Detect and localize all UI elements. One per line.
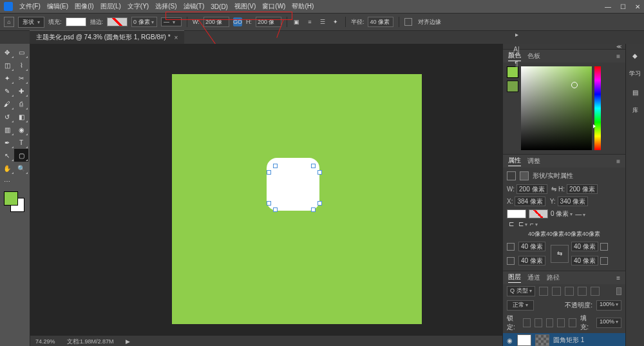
visibility-icon[interactable]: ◉	[506, 337, 513, 344]
cap-select[interactable]: ⊏	[518, 220, 527, 227]
color-field[interactable]	[521, 66, 592, 150]
fill-swatch[interactable]	[66, 17, 86, 26]
tool-edit-toolbar[interactable]: ⋯	[0, 175, 14, 187]
panel-menu-icon[interactable]: ≡	[616, 274, 620, 282]
path-anchor[interactable]	[273, 207, 278, 212]
tool-rounded-rect[interactable]: ▢	[14, 149, 28, 162]
zoom-readout[interactable]: 74.29%	[35, 338, 55, 345]
tab-properties[interactable]: 属性	[508, 156, 521, 166]
color-fg-swatch[interactable]	[507, 66, 518, 78]
menu-edit[interactable]: 编辑(E)	[47, 2, 68, 11]
corner-bl-chk[interactable]	[507, 257, 515, 265]
tool-mode-select[interactable]: 形状	[18, 17, 44, 28]
tool-lasso[interactable]: ⌇	[14, 59, 28, 72]
menu-select[interactable]: 选择(S)	[155, 2, 176, 11]
menu-view[interactable]: 视图(V)	[234, 2, 256, 11]
lock-pos-icon[interactable]	[546, 318, 554, 327]
tool-quickselect[interactable]: ✦	[0, 72, 14, 84]
stroke-width[interactable]: 0 像素	[131, 17, 157, 27]
menu-type[interactable]: 文字(Y)	[128, 2, 149, 11]
lock-trans-icon[interactable]	[523, 318, 531, 327]
prop-x[interactable]: 384 像素	[515, 197, 545, 206]
libraries-icon[interactable]: ▤	[630, 87, 640, 97]
path-anchor[interactable]	[311, 164, 316, 168]
path-align-icon[interactable]: ≡	[305, 17, 314, 26]
layer-filter-kind[interactable]: Q 类型	[507, 286, 535, 296]
link-wh-icon[interactable]: ⇋	[551, 186, 556, 193]
corner-tr[interactable]: 40 像素	[571, 242, 598, 251]
path-anchor[interactable]	[317, 170, 322, 175]
prop-h[interactable]: 200 像素	[567, 184, 597, 194]
layer-row[interactable]: ◉ 圆角矩形 1	[503, 333, 625, 346]
path-arrange-icon[interactable]: ☰	[318, 17, 327, 26]
path-anchor[interactable]	[267, 201, 271, 206]
width-input[interactable]: 200 像	[204, 17, 229, 27]
layer-mask-thumb[interactable]	[535, 334, 549, 346]
tool-stamp[interactable]: ⎙	[14, 97, 28, 110]
tab-adjustments[interactable]: 调整	[527, 157, 540, 166]
path-options-icon[interactable]: ✦	[331, 17, 340, 26]
lock-all-icon[interactable]	[569, 318, 576, 327]
menu-file[interactable]: 文件(F)	[19, 2, 41, 11]
tool-move[interactable]: ✥	[0, 46, 14, 59]
history-panel-icon[interactable]: ▸	[515, 31, 518, 38]
prop-stroke-w[interactable]: 0 像素	[551, 209, 573, 218]
tool-artboard[interactable]: ▭	[14, 46, 28, 59]
window-minimize[interactable]: —	[605, 3, 611, 10]
tool-marquee[interactable]: ◫	[0, 59, 14, 72]
tool-path[interactable]: ↖	[0, 149, 14, 162]
color-bg-swatch[interactable]	[507, 81, 518, 92]
libraries-label[interactable]: 库	[632, 106, 638, 115]
corner-tl[interactable]: 40 像素	[518, 242, 545, 251]
lock-pixels-icon[interactable]	[535, 318, 542, 327]
menu-image[interactable]: 图像(I)	[75, 2, 93, 11]
stroke-style[interactable]: —	[161, 17, 182, 26]
filter-smart-icon[interactable]	[591, 287, 600, 296]
character-panel-icon[interactable]: A|	[513, 46, 519, 53]
fill-value[interactable]: 100%	[596, 318, 621, 328]
path-anchor[interactable]	[311, 207, 316, 212]
window-maximize[interactable]: ☐	[620, 3, 626, 10]
radius-input[interactable]: 40 像素	[368, 17, 393, 27]
dock-collapse-icon[interactable]: ≪	[616, 44, 621, 49]
document-tab[interactable]: 主题美化.psd @ 74.3% (圆角矩形 1, RGB/8#) * ×	[30, 30, 184, 44]
color-cursor[interactable]	[571, 82, 578, 88]
learn-label[interactable]: 学习	[629, 70, 641, 78]
paragraph-panel-icon[interactable]: ¶	[515, 61, 518, 68]
panel-menu-icon[interactable]: ≡	[616, 53, 620, 60]
hue-marker[interactable]	[593, 124, 596, 128]
tool-zoom[interactable]: 🔍	[14, 162, 28, 175]
learn-icon[interactable]: ◆	[630, 50, 640, 61]
path-anchor[interactable]	[273, 164, 278, 168]
filter-toggle[interactable]	[616, 287, 621, 295]
prop-w[interactable]: 200 像素	[516, 184, 547, 194]
height-input[interactable]: 200 像	[256, 17, 281, 27]
corner-br[interactable]: 40 像素	[571, 256, 598, 265]
prop-stroke-style[interactable]: —	[575, 211, 588, 218]
tool-eraser[interactable]: ◧	[14, 110, 28, 123]
filter-type-icon[interactable]	[565, 287, 574, 296]
corner-bl[interactable]: 40 像素	[518, 256, 545, 265]
prop-fill-swatch[interactable]	[507, 209, 526, 218]
align-edges-check[interactable]	[404, 18, 412, 26]
tab-paths[interactable]: 路径	[547, 273, 560, 282]
menu-filter[interactable]: 滤镜(T)	[184, 2, 205, 11]
corner-tl-chk[interactable]	[507, 243, 515, 251]
tool-type[interactable]: T	[14, 136, 28, 149]
layer-thumb[interactable]	[517, 334, 531, 346]
menu-window[interactable]: 窗口(W)	[262, 2, 285, 11]
blend-mode[interactable]: 正常	[507, 300, 534, 311]
filter-shape-icon[interactable]	[578, 287, 587, 296]
fg-color[interactable]	[4, 191, 18, 206]
tool-brush[interactable]: 🖌	[0, 97, 14, 110]
prop-y[interactable]: 340 像素	[558, 197, 588, 206]
join-select[interactable]: ⌐	[530, 220, 539, 227]
path-anchor[interactable]	[267, 170, 271, 175]
tool-blur[interactable]: ◉	[14, 123, 28, 136]
panel-menu-icon[interactable]: ≡	[616, 158, 620, 165]
filter-pixel-icon[interactable]	[539, 287, 548, 296]
fg-bg-swatch[interactable]	[4, 191, 24, 212]
tool-crop[interactable]: ✂	[14, 72, 28, 84]
tool-hand[interactable]: ✋	[0, 162, 14, 175]
tab-swatches[interactable]: 色板	[527, 52, 540, 61]
